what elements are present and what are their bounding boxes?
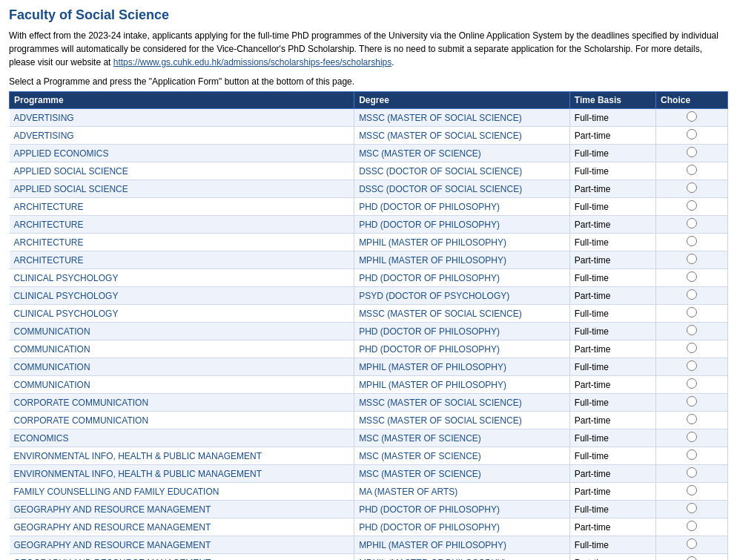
choice-radio[interactable] (687, 467, 697, 478)
cell-choice[interactable] (656, 447, 728, 465)
cell-choice[interactable] (656, 109, 728, 127)
cell-choice[interactable] (656, 429, 728, 447)
cell-time-basis: Part-time (569, 465, 655, 483)
cell-programme: CLINICAL PSYCHOLOGY (10, 287, 354, 305)
intro-text-after: . (391, 57, 394, 67)
cell-choice[interactable] (656, 162, 728, 180)
cell-choice[interactable] (656, 323, 728, 340)
table-row: GEOGRAPHY AND RESOURCE MANAGEMENTPHD (DO… (10, 518, 728, 536)
cell-programme: ENVIRONMENTAL INFO, HEALTH & PUBLIC MANA… (10, 465, 354, 483)
cell-degree: MSSC (MASTER OF SOCIAL SCIENCE) (354, 305, 570, 323)
cell-degree: MPHIL (MASTER OF PHILOSOPHY) (354, 554, 570, 561)
choice-radio[interactable] (687, 521, 697, 531)
cell-choice[interactable] (656, 269, 728, 287)
cell-programme: ARCHITECTURE (10, 251, 354, 269)
choice-radio[interactable] (687, 485, 697, 495)
cell-programme: COMMUNICATION (10, 340, 354, 358)
table-row: COMMUNICATIONPHD (DOCTOR OF PHILOSOPHY)P… (10, 340, 728, 358)
cell-choice[interactable] (656, 340, 728, 358)
cell-choice[interactable] (656, 376, 728, 394)
choice-radio[interactable] (687, 343, 697, 353)
cell-degree: PHD (DOCTOR OF PHILOSOPHY) (354, 198, 570, 216)
choice-radio[interactable] (687, 360, 697, 371)
cell-choice[interactable] (656, 412, 728, 429)
cell-programme: COMMUNICATION (10, 376, 354, 394)
cell-degree: MA (MASTER OF ARTS) (354, 483, 570, 501)
choice-radio[interactable] (687, 254, 697, 264)
cell-choice[interactable] (656, 536, 728, 554)
cell-time-basis: Part-time (569, 216, 655, 234)
scholarship-link[interactable]: https://www.gs.cuhk.edu.hk/admissions/sc… (113, 57, 392, 67)
cell-programme: ARCHITECTURE (10, 198, 354, 216)
cell-choice[interactable] (656, 287, 728, 305)
cell-choice[interactable] (656, 127, 728, 145)
cell-degree: MPHIL (MASTER OF PHILOSOPHY) (354, 251, 570, 269)
choice-radio[interactable] (687, 147, 697, 157)
cell-choice[interactable] (656, 198, 728, 216)
cell-programme: ARCHITECTURE (10, 216, 354, 234)
cell-programme: GEOGRAPHY AND RESOURCE MANAGEMENT (10, 536, 354, 554)
cell-degree: MPHIL (MASTER OF PHILOSOPHY) (354, 536, 570, 554)
choice-radio[interactable] (687, 271, 697, 282)
cell-degree: MPHIL (MASTER OF PHILOSOPHY) (354, 234, 570, 251)
choice-radio[interactable] (687, 218, 697, 228)
cell-choice[interactable] (656, 216, 728, 234)
table-row: APPLIED SOCIAL SCIENCEDSSC (DOCTOR OF SO… (10, 162, 728, 180)
cell-choice[interactable] (656, 305, 728, 323)
choice-radio[interactable] (687, 182, 697, 193)
cell-time-basis: Part-time (569, 412, 655, 429)
table-row: COMMUNICATIONMPHIL (MASTER OF PHILOSOPHY… (10, 376, 728, 394)
cell-time-basis: Part-time (569, 554, 655, 561)
cell-choice[interactable] (656, 358, 728, 376)
choice-radio[interactable] (687, 396, 697, 406)
cell-time-basis: Part-time (569, 180, 655, 198)
cell-degree: PHD (DOCTOR OF PHILOSOPHY) (354, 323, 570, 340)
choice-radio[interactable] (687, 307, 697, 317)
cell-time-basis: Full-time (569, 429, 655, 447)
choice-radio[interactable] (687, 165, 697, 175)
cell-choice[interactable] (656, 180, 728, 198)
choice-radio[interactable] (687, 503, 697, 513)
cell-degree: MSSC (MASTER OF SOCIAL SCIENCE) (354, 412, 570, 429)
cell-choice[interactable] (656, 483, 728, 501)
choice-radio[interactable] (687, 200, 697, 211)
programme-table: Programme Degree Time Basis Choice ADVER… (9, 91, 728, 560)
table-row: APPLIED SOCIAL SCIENCEDSSC (DOCTOR OF SO… (10, 180, 728, 198)
cell-time-basis: Full-time (569, 536, 655, 554)
cell-degree: PHD (DOCTOR OF PHILOSOPHY) (354, 501, 570, 518)
choice-radio[interactable] (687, 432, 697, 442)
table-row: COMMUNICATIONMPHIL (MASTER OF PHILOSOPHY… (10, 358, 728, 376)
cell-choice[interactable] (656, 145, 728, 162)
choice-radio[interactable] (687, 538, 697, 549)
choice-radio[interactable] (687, 414, 697, 424)
cell-time-basis: Part-time (569, 483, 655, 501)
choice-radio[interactable] (687, 111, 697, 122)
cell-degree: MSSC (MASTER OF SOCIAL SCIENCE) (354, 394, 570, 412)
cell-degree: MSSC (MASTER OF SOCIAL SCIENCE) (354, 127, 570, 145)
choice-radio[interactable] (687, 556, 697, 560)
choice-radio[interactable] (687, 129, 697, 139)
cell-time-basis: Part-time (569, 340, 655, 358)
cell-choice[interactable] (656, 394, 728, 412)
choice-radio[interactable] (687, 378, 697, 389)
choice-radio[interactable] (687, 325, 697, 335)
cell-time-basis: Full-time (569, 501, 655, 518)
cell-programme: GEOGRAPHY AND RESOURCE MANAGEMENT (10, 518, 354, 536)
cell-choice[interactable] (656, 501, 728, 518)
cell-choice[interactable] (656, 554, 728, 561)
choice-radio[interactable] (687, 449, 697, 460)
cell-choice[interactable] (656, 251, 728, 269)
cell-degree: MPHIL (MASTER OF PHILOSOPHY) (354, 358, 570, 376)
cell-degree: MPHIL (MASTER OF PHILOSOPHY) (354, 376, 570, 394)
cell-programme: GEOGRAPHY AND RESOURCE MANAGEMENT (10, 501, 354, 518)
table-row: CLINICAL PSYCHOLOGYMSSC (MASTER OF SOCIA… (10, 305, 728, 323)
choice-radio[interactable] (687, 289, 697, 300)
cell-time-basis: Part-time (569, 287, 655, 305)
cell-choice[interactable] (656, 518, 728, 536)
cell-time-basis: Part-time (569, 127, 655, 145)
cell-choice[interactable] (656, 234, 728, 251)
cell-choice[interactable] (656, 465, 728, 483)
table-row: ECONOMICSMSC (MASTER OF SCIENCE)Full-tim… (10, 429, 728, 447)
choice-radio[interactable] (687, 236, 697, 246)
table-header-row: Programme Degree Time Basis Choice (10, 92, 728, 109)
